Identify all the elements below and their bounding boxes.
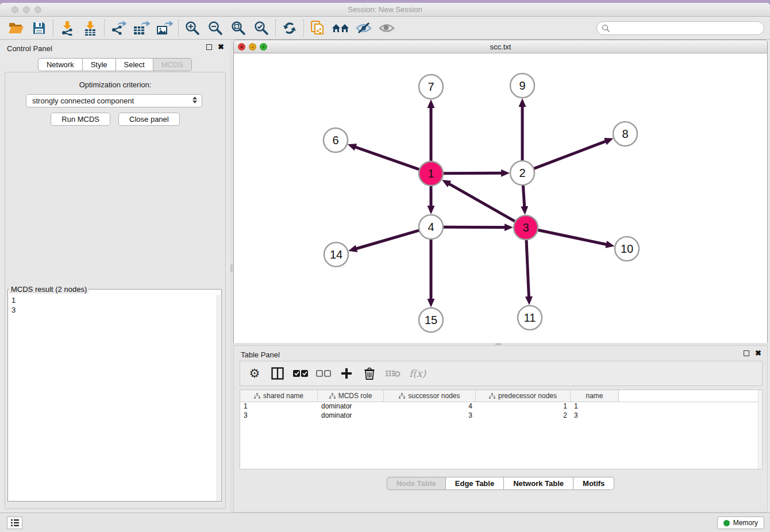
run-mcds-button[interactable]: Run MCDS xyxy=(51,113,110,126)
show-columns-icon[interactable] xyxy=(270,365,285,382)
column-type-icon xyxy=(489,393,495,399)
edge-arrowhead xyxy=(605,241,614,248)
delete-row-icon[interactable] xyxy=(362,365,377,382)
zoom-fit-icon[interactable] xyxy=(227,19,250,37)
control-panel: Control Panel ✖ NetworkStyleSelectMCDS O… xyxy=(0,40,230,512)
search-icon xyxy=(602,24,610,33)
optimization-criterion-label: Optimization criterion: xyxy=(5,80,225,89)
table-scrollbar[interactable] xyxy=(758,390,762,469)
tab-mcds[interactable]: MCDS xyxy=(153,58,192,71)
node-table[interactable]: shared nameMCDS rolesuccessor nodesprede… xyxy=(240,390,763,469)
table-header-row: shared nameMCDS rolesuccessor nodesprede… xyxy=(240,390,762,402)
first-neighbors-icon[interactable] xyxy=(329,19,352,37)
column-header-filler xyxy=(619,390,762,402)
memory-button[interactable]: Memory xyxy=(717,516,764,529)
close-table-panel-icon[interactable]: ✖ xyxy=(755,350,761,356)
tab-style[interactable]: Style xyxy=(83,58,116,71)
zoom-in-icon[interactable] xyxy=(181,19,204,37)
float-panel-icon[interactable] xyxy=(206,44,212,50)
export-image-icon[interactable] xyxy=(153,19,176,37)
column-header-MCDS-role[interactable]: MCDS role xyxy=(318,390,384,402)
edge-arrowhead xyxy=(525,296,533,305)
column-header-predecessor-nodes[interactable]: predecessor nodes xyxy=(476,390,571,402)
result-scrollbar[interactable] xyxy=(216,295,221,500)
close-panel-icon[interactable]: ✖ xyxy=(218,44,224,50)
tab-select[interactable]: Select xyxy=(116,58,153,71)
table-cell[interactable]: 3 xyxy=(384,411,476,421)
control-panel-header: Control Panel ✖ xyxy=(0,40,230,57)
graph-edge-3-1[interactable] xyxy=(448,183,515,222)
select-all-icon[interactable] xyxy=(293,365,308,382)
graph-edge-1-2[interactable] xyxy=(443,173,503,174)
graph-node-label: 2 xyxy=(519,167,525,179)
edge-arrowhead xyxy=(501,169,510,177)
toolbar-separator xyxy=(303,20,304,37)
task-history-button[interactable] xyxy=(7,516,22,529)
column-header-name[interactable]: name xyxy=(571,390,619,402)
import-table-icon[interactable] xyxy=(79,19,102,37)
delete-table-icon[interactable] xyxy=(385,365,401,382)
import-network-icon[interactable] xyxy=(56,19,79,37)
save-session-icon[interactable] xyxy=(28,19,51,37)
apply-layout-icon[interactable] xyxy=(278,19,301,37)
column-header-shared-name[interactable]: shared name xyxy=(240,390,318,402)
table-cell[interactable]: 3 xyxy=(571,411,619,421)
zoom-selected-icon[interactable] xyxy=(250,19,273,37)
hide-selected-icon[interactable] xyxy=(352,19,375,37)
table-cell[interactable]: 3 xyxy=(240,411,318,421)
graph-edge-2-8[interactable] xyxy=(534,141,607,168)
show-all-icon[interactable] xyxy=(375,19,398,37)
status-bar: Memory xyxy=(0,512,770,532)
graph-node-label: 7 xyxy=(428,80,434,93)
table-cell[interactable]: dominator xyxy=(318,402,384,411)
table-tabs: Node TableEdge TableNetwork TableMotifs xyxy=(234,477,767,490)
graph-edge-4-3[interactable] xyxy=(443,227,506,228)
clear-selection-icon[interactable] xyxy=(316,365,331,382)
network-window-titlebar[interactable]: ✕ − + scc.txt xyxy=(234,40,767,53)
graph-edge-1-6[interactable] xyxy=(354,147,419,169)
tab-motifs[interactable]: Motifs xyxy=(573,477,614,490)
open-file-icon[interactable] xyxy=(5,19,28,37)
column-header-successor-nodes[interactable]: successor nodes xyxy=(384,390,476,402)
table-row[interactable]: 3dominator323 xyxy=(240,411,762,421)
optimization-criterion-select[interactable]: strongly connected component xyxy=(26,94,202,107)
edge-arrowhead xyxy=(505,223,513,231)
table-panel: Table Panel ✖ ⚙ xyxy=(233,345,768,512)
tab-network[interactable]: Network xyxy=(38,58,83,71)
export-table-icon[interactable] xyxy=(130,19,153,37)
graph-node-label: 1 xyxy=(428,167,434,180)
edge-arrowhead xyxy=(428,99,435,108)
table-row[interactable]: 1dominator411 xyxy=(240,402,762,411)
tab-edge-table[interactable]: Edge Table xyxy=(446,477,504,490)
table-cell[interactable]: 2 xyxy=(476,411,571,421)
column-settings-icon[interactable]: ⚙ xyxy=(247,365,262,382)
search-input[interactable] xyxy=(610,24,764,32)
table-cell[interactable]: dominator xyxy=(318,411,384,421)
export-network-icon[interactable] xyxy=(107,19,130,37)
close-panel-button[interactable]: Close panel xyxy=(118,113,180,126)
edge-arrowhead xyxy=(428,206,435,214)
table-cell[interactable]: 1 xyxy=(240,402,318,411)
mcds-result-text[interactable]: 13 xyxy=(9,295,216,500)
float-table-panel-icon[interactable] xyxy=(744,350,749,356)
search-box[interactable] xyxy=(596,21,764,35)
graph-edge-4-14[interactable] xyxy=(355,230,419,249)
network-canvas[interactable]: 7968124314101511 xyxy=(234,53,767,343)
add-row-icon[interactable] xyxy=(339,365,354,382)
clone-network-icon[interactable] xyxy=(306,19,329,37)
table-toolbar: ⚙ xyxy=(240,361,763,386)
graph-edge-3-11[interactable] xyxy=(526,240,529,298)
zoom-out-icon[interactable] xyxy=(204,19,227,37)
table-cell[interactable]: 4 xyxy=(384,402,476,411)
table-cell[interactable]: 1 xyxy=(476,402,571,411)
graph-edge-3-10[interactable] xyxy=(538,230,608,245)
graph-edge-2-3[interactable] xyxy=(523,185,525,208)
graph-node-label: 6 xyxy=(332,134,338,147)
memory-status-icon xyxy=(723,520,730,526)
graph-node-label: 14 xyxy=(330,248,342,261)
edge-arrowhead xyxy=(519,98,526,107)
function-builder-icon[interactable]: f(x) xyxy=(409,365,426,382)
table-cell[interactable]: 1 xyxy=(571,402,619,411)
tab-node-table[interactable]: Node Table xyxy=(387,477,446,490)
tab-network-table[interactable]: Network Table xyxy=(504,477,573,490)
